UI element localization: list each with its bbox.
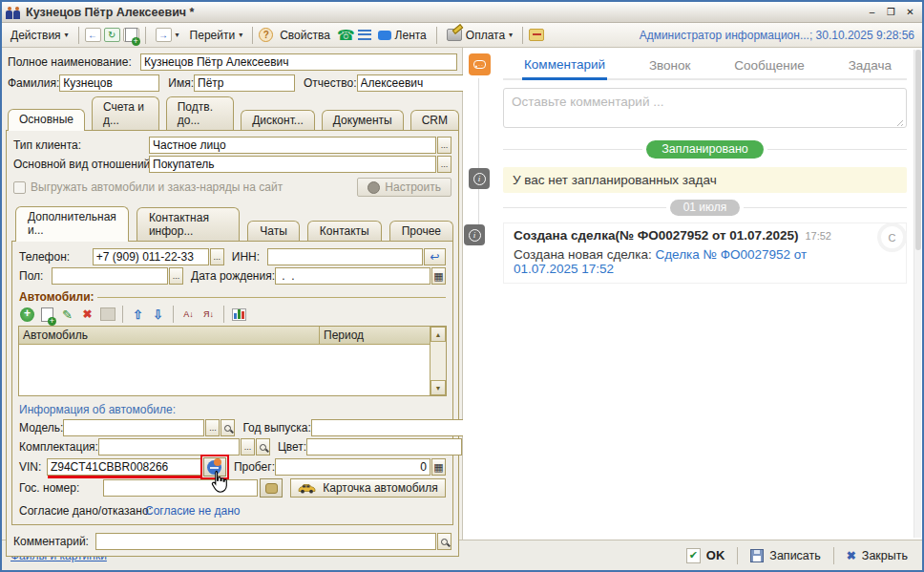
refresh-icon[interactable]: ↻ — [104, 28, 120, 42]
tab-contacts[interactable]: Контакты — [307, 221, 382, 241]
tab-main[interactable]: Основные — [8, 109, 85, 131]
feed-tab-comment[interactable]: Комментарий — [522, 53, 607, 80]
client-type-input[interactable] — [149, 137, 436, 154]
tab-accounts[interactable]: Счета и д... — [92, 96, 159, 130]
gender-select-button[interactable]: ... — [169, 267, 183, 285]
feed-button[interactable]: Лента — [374, 27, 430, 44]
inn-history-button[interactable]: ↩ — [424, 248, 446, 265]
copy-icon[interactable] — [123, 28, 139, 42]
last-name-label: Фамилия: — [8, 76, 59, 90]
trim-select-button[interactable]: ... — [241, 438, 255, 455]
plate-label: Гос. номер: — [19, 481, 103, 495]
minimize-button[interactable]: – — [864, 5, 880, 19]
payment-menu-button[interactable]: Оплата▾ — [443, 27, 516, 44]
disabled-button — [99, 307, 116, 322]
feed-scrollbar[interactable] — [914, 50, 921, 538]
cars-table[interactable]: Автомобиль Период ▲ ▼ — [18, 326, 447, 396]
actions-menu-button[interactable]: Действия▾ — [7, 27, 73, 44]
birthdate-input[interactable] — [275, 267, 430, 285]
tab-crm[interactable]: CRM — [410, 110, 459, 130]
ok-button[interactable]: ✔OK — [681, 546, 731, 565]
move-up-button[interactable]: ⇧ — [130, 307, 146, 322]
edit-row-button[interactable]: ✎ — [59, 307, 75, 322]
middle-name-label: Отчество: — [304, 76, 357, 90]
model-select-button[interactable]: ... — [205, 419, 220, 436]
planned-separator: Запланировано — [503, 140, 907, 159]
mileage-input[interactable] — [275, 458, 430, 476]
ok-check-icon: ✔ — [686, 548, 701, 563]
scroll-down-icon[interactable]: ▼ — [430, 380, 446, 395]
close-button[interactable]: ✕ — [902, 5, 918, 19]
last-name-input[interactable] — [59, 74, 159, 92]
tab-contact-info[interactable]: Контактная инфор... — [136, 207, 240, 241]
client-type-select-button[interactable]: ... — [437, 137, 452, 154]
mileage-calc-button[interactable]: ▦ — [431, 458, 446, 476]
cars-table-scrollbar[interactable]: ▲ ▼ — [430, 327, 446, 395]
configure-button[interactable]: Настроить — [357, 178, 452, 197]
title-bar: Кузнецов Пётр Алексеевич * – ❒ ✕ — [2, 2, 922, 23]
feed-tab-message[interactable]: Сообщение — [732, 54, 806, 78]
note-icon[interactable] — [529, 29, 544, 41]
move-down-button[interactable]: ⇩ — [150, 307, 166, 322]
add-row-button[interactable]: + — [19, 307, 35, 322]
upload-to-site-label: Выгружать автомобили и заказ-наряды на с… — [31, 180, 283, 194]
year-input[interactable] — [311, 419, 467, 436]
model-input[interactable] — [63, 419, 204, 436]
full-name-input[interactable] — [140, 53, 457, 71]
copy-row-button[interactable] — [39, 307, 55, 322]
upload-to-site-checkbox[interactable] — [13, 181, 26, 194]
column-car[interactable]: Автомобиль — [19, 327, 320, 345]
help-icon[interactable]: ? — [259, 28, 273, 42]
feed-tab-task[interactable]: Задача — [847, 54, 893, 78]
trim-input[interactable] — [98, 438, 240, 455]
relation-type-select-button[interactable]: ... — [437, 156, 452, 173]
consent-link[interactable]: Согласие не дано — [145, 504, 240, 518]
feed-tab-call[interactable]: Звонок — [647, 54, 693, 78]
relation-type-input[interactable] — [149, 156, 436, 173]
sort-asc-button[interactable]: А↓ — [180, 307, 197, 322]
save-button[interactable]: Записать — [745, 547, 826, 564]
forward-button[interactable]: →▾ — [152, 26, 183, 44]
close-form-button[interactable]: ✖Закрыть — [841, 547, 914, 564]
inn-label: ИНН: — [232, 250, 267, 264]
cars-table-body[interactable] — [19, 345, 430, 395]
phone-select-button[interactable]: ... — [210, 248, 224, 265]
properties-button[interactable]: Свойства — [276, 27, 334, 44]
phone-icon[interactable]: ☎ — [337, 29, 355, 42]
car-card-button[interactable]: Карточка автомобиля — [290, 478, 446, 498]
disabled-icon — [100, 307, 116, 321]
comment-search-button[interactable] — [437, 533, 452, 550]
goto-menu-button[interactable]: Перейти▾ — [186, 27, 247, 44]
sort-desc-button[interactable]: Я↓ — [200, 307, 217, 322]
feed-scrollbar-thumb[interactable] — [915, 50, 921, 250]
delete-row-button[interactable]: ✖ — [79, 307, 95, 322]
gender-input[interactable] — [52, 267, 168, 285]
main-tab-content: Тип клиента: ... Основной вид отношений:… — [6, 130, 459, 557]
comment-bubble-icon: ··· — [469, 53, 491, 75]
feed-comment-textarea[interactable] — [503, 88, 907, 128]
birthdate-calendar-button[interactable]: ▦ — [431, 267, 446, 285]
tab-discount[interactable]: Дисконт... — [241, 110, 315, 130]
tab-chats[interactable]: Чаты — [247, 221, 300, 241]
plate-input[interactable] — [103, 479, 258, 497]
comment-input[interactable] — [95, 533, 436, 550]
phone-input[interactable] — [93, 248, 209, 265]
trim-search-button[interactable] — [256, 438, 270, 455]
scroll-up-icon[interactable]: ▲ — [430, 327, 446, 342]
cars-table-header: Автомобиль Период — [19, 327, 430, 345]
first-name-input[interactable] — [194, 74, 295, 92]
tab-confirm-docs[interactable]: Подтв. до... — [166, 96, 234, 130]
list-icon[interactable] — [358, 30, 371, 40]
color-input[interactable] — [306, 438, 462, 455]
tab-documents[interactable]: Документы — [322, 110, 404, 130]
model-search-button[interactable] — [220, 419, 235, 436]
tab-other[interactable]: Прочее — [389, 221, 453, 241]
maximize-button[interactable]: ❒ — [883, 5, 899, 19]
chart-button[interactable] — [231, 307, 247, 322]
tab-additional-info[interactable]: Дополнительная и... — [15, 206, 129, 242]
column-period[interactable]: Период — [320, 327, 430, 345]
inn-input[interactable] — [267, 248, 423, 265]
vin-input[interactable] — [47, 458, 201, 476]
reread-icon[interactable]: ← — [85, 28, 101, 42]
plate-select-button[interactable] — [260, 478, 283, 498]
